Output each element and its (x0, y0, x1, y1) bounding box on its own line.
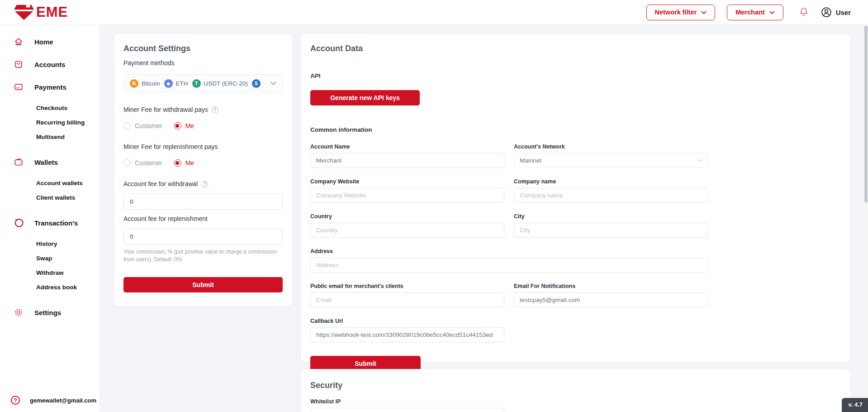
radio-circle[interactable] (174, 122, 181, 129)
sidebar-item-swap[interactable]: Swap (0, 254, 100, 262)
whitelist-ip-input[interactable] (310, 408, 504, 412)
api-label: API (310, 72, 841, 79)
account-network-label: Account's Network (514, 144, 708, 150)
merchant-button[interactable]: Merchant (727, 5, 783, 20)
chevron-down-icon (697, 159, 702, 163)
sidebar-item-transactions[interactable]: Transaction's (0, 217, 100, 229)
notification-email-label: Email For Notifications (514, 283, 708, 289)
notification-email-input[interactable] (514, 292, 708, 307)
company-website-label: Company Website (310, 178, 504, 185)
whitelist-ip-label: Whitelist IP (310, 398, 841, 405)
sidebar-item-accounts[interactable]: Accounts (0, 58, 100, 70)
network-filter-button[interactable]: Network filter (646, 5, 716, 20)
account-name-label: Account Name (310, 144, 504, 150)
public-email-label: Public email for merchant's clients (310, 283, 504, 289)
account-fee-withdrawal-label: Account fee for withdrawal (123, 180, 198, 187)
radio-customer[interactable]: Customer (123, 122, 162, 129)
security-card: Security Whitelist IP (301, 369, 850, 412)
country-label: Country (310, 213, 504, 220)
callback-url-label: Callback Url (310, 318, 504, 324)
miner-fee-withdrawal-radios: Customer Me (123, 122, 283, 129)
radio-me[interactable]: Me (174, 122, 194, 129)
radio-circle[interactable] (123, 159, 131, 167)
wallet-icon (14, 157, 24, 167)
sidebar-item-multisend[interactable]: Multisend (0, 133, 100, 141)
sidebar-item-wallets[interactable]: Wallets (0, 156, 100, 168)
sidebar-item-address-book[interactable]: Address book (0, 283, 100, 291)
help-icon[interactable]: ? (212, 106, 218, 113)
notifications-bell-icon[interactable] (799, 7, 809, 18)
bitcoin-icon: B (130, 79, 138, 88)
city-input[interactable] (514, 223, 708, 238)
settings-submit-button[interactable]: Submit (123, 277, 283, 292)
generate-api-keys-button[interactable]: Generate new API keys (310, 90, 420, 105)
chevron-down-icon[interactable] (270, 81, 276, 86)
account-settings-title: Account Settings (123, 44, 283, 53)
ethereum-icon: ◆ (164, 79, 173, 88)
city-label: City (514, 213, 708, 220)
account-fee-replenishment-input[interactable] (123, 229, 283, 244)
sidebar-item-account-wallets[interactable]: Account wallets (0, 179, 100, 187)
account-name-input[interactable] (310, 153, 504, 168)
sidebar-item-withdraw[interactable]: Withdraw (0, 268, 100, 277)
company-name-label: Company name (514, 178, 708, 185)
payment-chip-usdt: T USDT (ERC-20) (192, 79, 248, 88)
vertical-scrollbar[interactable] (864, 25, 868, 412)
user-menu[interactable]: User (821, 6, 851, 18)
radio-customer[interactable]: Customer (123, 159, 162, 167)
account-fee-replenishment-label: Account fee for replenishment (123, 215, 208, 222)
account-data-title: Account Data (310, 44, 841, 53)
scrollbar-thumb[interactable] (864, 26, 868, 202)
payment-methods-label: Payment methods (123, 59, 283, 67)
address-input[interactable] (310, 258, 708, 273)
gear-icon (14, 307, 24, 317)
gem-logo-icon (14, 3, 34, 21)
public-email-input[interactable] (310, 292, 504, 307)
payment-chip-eth: ◆ ETH (164, 79, 188, 88)
payment-methods-select[interactable]: B Bitcoin ◆ ETH T USDT (ERC-20) $ (123, 74, 283, 92)
support-row[interactable]: ? gemewallet@gmail.com (0, 396, 100, 405)
address-label: Address (310, 248, 708, 254)
sidebar-item-recurring-billing[interactable]: Recurring billing (0, 118, 100, 126)
sidebar-item-history[interactable]: History (0, 240, 100, 248)
account-network-select[interactable]: Mainnet (514, 153, 708, 168)
common-information-label: Common information (310, 126, 841, 133)
main-content: Account Settings Payment methods B Bitco… (100, 25, 868, 412)
sidebar-item-checkouts[interactable]: Checkouts (0, 104, 100, 112)
miner-fee-replenishment-radios: Customer Me (123, 159, 283, 167)
company-website-input[interactable] (310, 188, 504, 203)
miner-fee-withdrawal-label: Miner Fee for withdrawal pays (123, 106, 208, 113)
radio-circle[interactable] (174, 159, 181, 167)
sidebar-item-client-wallets[interactable]: Client wallets (0, 193, 100, 201)
version-badge: v. 4.7 (842, 398, 868, 412)
logo-text: EME (36, 4, 68, 20)
app-header: EME Network filter Merchant (0, 0, 868, 25)
payment-chip-bitcoin: B Bitcoin (130, 79, 160, 88)
logo: EME (14, 3, 68, 21)
radio-me[interactable]: Me (174, 159, 194, 167)
company-name-input[interactable] (514, 188, 708, 203)
sidebar-item-home[interactable]: Home (0, 36, 100, 48)
account-settings-card: Account Settings Payment methods B Bitco… (114, 34, 292, 307)
help-icon[interactable]: ? (201, 181, 208, 187)
usdt-icon: T (192, 79, 201, 88)
credit-card-icon (14, 82, 24, 92)
help-icon: ? (11, 396, 20, 405)
country-input[interactable] (310, 223, 504, 238)
sidebar: Home Accounts Payments Checkouts Rec (0, 25, 100, 412)
commission-note: Your commission, % (put positive value t… (123, 248, 277, 263)
user-label: User (836, 9, 851, 16)
sidebar-item-payments[interactable]: Payments (0, 81, 100, 93)
history-icon (14, 218, 24, 228)
usdc-icon: $ (252, 79, 261, 88)
account-fee-withdrawal-input[interactable] (123, 194, 283, 210)
chevron-down-icon (769, 10, 775, 14)
miner-fee-replenishment-label: Miner Fee for replenishment pays (123, 143, 218, 150)
user-avatar-icon (821, 6, 832, 18)
callback-url-input[interactable] (310, 327, 504, 342)
account-data-card: Account Data API Generate new API keys C… (301, 34, 850, 362)
radio-circle[interactable] (123, 122, 131, 129)
support-email: gemewallet@gmail.com (30, 397, 96, 404)
sidebar-item-settings[interactable]: Settings (0, 307, 100, 318)
bag-icon (14, 59, 24, 69)
